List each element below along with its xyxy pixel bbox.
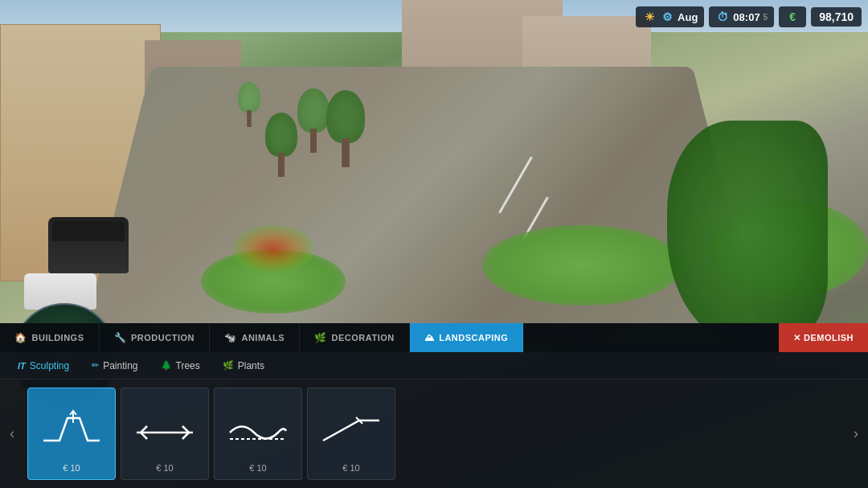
tree-3 xyxy=(238,82,260,127)
clock-icon: ⏱ xyxy=(715,10,730,24)
sub-tab-painting-label: Painting xyxy=(103,360,137,371)
sub-tab-plants-label: Plants xyxy=(238,360,264,371)
van-vehicle xyxy=(48,217,129,273)
tool-area: ‹ € 10 xyxy=(0,379,868,488)
plants-icon: 🌿 xyxy=(223,360,234,371)
speed-label: 5 xyxy=(764,13,768,22)
tool-cards: € 10 € 10 xyxy=(24,388,844,480)
time-widget: ⏱ 08:07 5 xyxy=(709,6,774,27)
weather-widget: ☀ ⚙ Aug xyxy=(636,6,704,27)
animals-icon: 🐄 xyxy=(224,332,237,343)
category-tabs: 🏠 BUILDINGS 🔧 PRODUCTION 🐄 ANIMALS 🌿 DEC… xyxy=(0,323,868,352)
tree-cluster-right xyxy=(667,121,828,346)
euro-icon: € xyxy=(785,10,800,24)
tab-landscaping[interactable]: ⛰ LANDSCAPING xyxy=(410,323,524,352)
time-display: 08:07 xyxy=(733,11,760,23)
sub-tab-sculpting-label: Sculpting xyxy=(30,360,69,371)
money-display: 98,710 xyxy=(811,7,862,27)
sculpting-icon: IT xyxy=(18,361,26,371)
gear-icon: ⚙ xyxy=(660,10,674,24)
prev-arrow[interactable]: ‹ xyxy=(0,386,24,482)
slope-icon xyxy=(314,396,388,460)
raise-lower-icon xyxy=(35,396,108,460)
tool-card-price-2: € 10 xyxy=(249,463,266,473)
tree-1 xyxy=(265,113,297,177)
bottom-toolbar: 🏠 BUILDINGS 🔧 PRODUCTION 🐄 ANIMALS 🌿 DEC… xyxy=(0,323,868,488)
tool-card-slope[interactable]: € 10 xyxy=(307,388,395,480)
tab-landscaping-label: LANDSCAPING xyxy=(439,333,508,342)
next-arrow[interactable]: › xyxy=(844,386,868,482)
smooth-icon xyxy=(221,396,295,460)
tool-card-price-0: € 10 xyxy=(63,463,80,473)
tab-decoration-label: DECORATION xyxy=(332,333,395,342)
sub-tab-trees[interactable]: 🌲 Trees xyxy=(151,357,210,375)
tab-buildings[interactable]: 🏠 BUILDINGS xyxy=(0,323,100,352)
landscaping-icon: ⛰ xyxy=(424,332,435,343)
sun-icon: ☀ xyxy=(642,10,657,24)
decoration-icon: 🌿 xyxy=(314,332,327,343)
tree-2 xyxy=(297,88,330,153)
sub-tab-sculpting[interactable]: IT Sculpting xyxy=(8,357,79,375)
tool-card-smooth[interactable]: € 10 xyxy=(214,388,302,480)
tab-animals[interactable]: 🐄 ANIMALS xyxy=(210,323,300,352)
road-surface xyxy=(82,67,762,342)
month-label: Aug xyxy=(678,11,698,23)
tree-4 xyxy=(326,90,365,167)
tool-card-price-1: € 10 xyxy=(156,463,173,473)
tab-animals-label: ANIMALS xyxy=(241,333,285,342)
tab-production-label: PRODUCTION xyxy=(131,333,194,342)
sub-tab-painting[interactable]: ✏ Painting xyxy=(82,357,147,375)
tab-decoration[interactable]: 🌿 DECORATION xyxy=(300,323,410,352)
sub-tabs: IT Sculpting ✏ Painting 🌲 Trees 🌿 Plants xyxy=(0,352,868,379)
demolish-label: ✕ DEMOLISH xyxy=(793,333,854,343)
currency-widget: € xyxy=(779,6,806,27)
sub-tab-trees-label: Trees xyxy=(176,360,200,371)
tool-card-flatten[interactable]: € 10 xyxy=(121,388,209,480)
tool-card-price-3: € 10 xyxy=(342,463,359,473)
buildings-icon: 🏠 xyxy=(14,332,27,343)
flatten-icon xyxy=(128,396,202,460)
trees-icon: 🌲 xyxy=(161,360,172,371)
grass-patch-right xyxy=(482,225,683,306)
demolish-button[interactable]: ✕ DEMOLISH xyxy=(779,323,868,352)
tab-production[interactable]: 🔧 PRODUCTION xyxy=(100,323,210,352)
tool-card-raise-lower[interactable]: € 10 xyxy=(27,388,116,480)
sub-tab-plants[interactable]: 🌿 Plants xyxy=(213,357,274,375)
top-hud: ☀ ⚙ Aug ⏱ 08:07 5 € 98,710 xyxy=(636,6,862,27)
sculpt-target-circle xyxy=(233,225,313,273)
production-icon: 🔧 xyxy=(114,332,127,343)
tab-buildings-label: BUILDINGS xyxy=(32,333,84,342)
painting-icon: ✏ xyxy=(92,360,99,371)
